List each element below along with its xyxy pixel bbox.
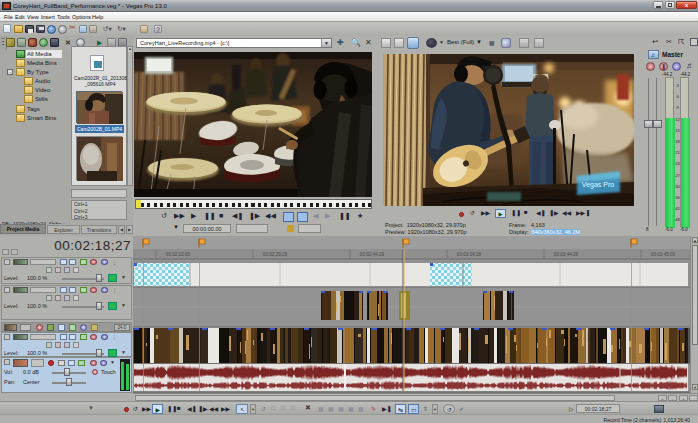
svg-text:00:02:29:29: 00:02:29:29 bbox=[263, 252, 288, 257]
svg-text:00:03:04:28: 00:03:04:28 bbox=[457, 252, 482, 257]
svg-text:00:03:44:28: 00:03:44:28 bbox=[554, 252, 579, 257]
svg-text:Vegas Pro: Vegas Pro bbox=[582, 181, 614, 189]
svg-text:00:02:44:29: 00:02:44:29 bbox=[360, 252, 385, 257]
svg-text:00:03:45:00: 00:03:45:00 bbox=[651, 252, 676, 257]
svg-text:00:02:02:00: 00:02:02:00 bbox=[166, 252, 191, 257]
